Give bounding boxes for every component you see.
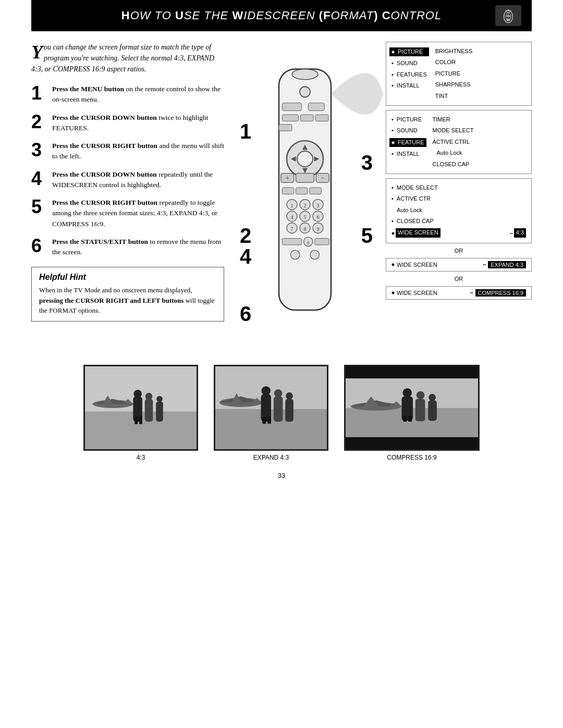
- step-2: 2 Press the CURSOR DOWN button twice to …: [31, 113, 224, 134]
- svg-point-67: [133, 390, 142, 398]
- step-text-1: Press the MENU button on the remote cont…: [52, 84, 224, 105]
- page: How to Use the Widescreen (Format) Contr…: [0, 0, 563, 728]
- svg-point-84: [274, 389, 283, 398]
- menu-item-brightness: BRIGHTNESS: [435, 47, 473, 55]
- svg-text:1: 1: [291, 203, 293, 208]
- scene-compress-svg: [346, 366, 478, 449]
- menu3-closed-cap: •CLOSED CAP: [391, 217, 526, 225]
- svg-point-69: [145, 393, 153, 400]
- scene-expand-svg: [215, 366, 327, 449]
- svg-point-9: [509, 16, 510, 17]
- menu2-timer: TIMER: [433, 116, 474, 124]
- svg-text:+: +: [286, 175, 289, 182]
- tv-frame-43: [83, 365, 198, 451]
- step-bold-2: Press the CURSOR DOWN button: [52, 114, 157, 121]
- step-bold-1: Press the MENU button: [52, 85, 124, 93]
- svg-rect-73: [139, 417, 142, 425]
- intro-text: You can change the screen format size to…: [31, 42, 224, 75]
- menu3-widescreen-label: WIDE SCREEN: [396, 228, 440, 237]
- menu2-sound: •SOUND: [391, 127, 424, 134]
- svg-rect-33: [296, 188, 308, 194]
- svg-text:8: 8: [304, 226, 307, 232]
- svg-point-8: [506, 16, 508, 17]
- svg-point-6: [508, 15, 509, 16]
- svg-text:5: 5: [304, 214, 307, 220]
- ws-expand-value: EXPAND 4:3: [488, 261, 526, 268]
- step-number-6: 6: [31, 237, 46, 255]
- menu-item-install: • INSTALL: [391, 82, 427, 90]
- svg-text:−: −: [321, 175, 324, 182]
- format-43-label: 4:3: [137, 454, 145, 461]
- step-text-2: Press the CURSOR DOWN button twice to hi…: [52, 113, 224, 134]
- menu-picture-box: ◆ PICTURE • SOUND • FEATURES •: [386, 42, 532, 106]
- svg-rect-34: [310, 188, 322, 194]
- svg-text:7: 7: [291, 226, 293, 232]
- svg-rect-56: [315, 239, 329, 245]
- step-number-3: 3: [31, 141, 46, 159]
- svg-rect-88: [267, 417, 271, 424]
- menu-item-tint: TINT: [435, 92, 473, 100]
- svg-text:6: 6: [317, 214, 320, 220]
- svg-point-58: [310, 250, 320, 260]
- svg-point-2: [507, 11, 509, 14]
- svg-rect-104: [408, 416, 412, 422]
- format-compress-box: COMPRESS 16:9: [344, 365, 480, 461]
- menu3-active-ctr: •ACTIVE CTR: [391, 195, 526, 203]
- page-title: How to Use the Widescreen (Format) Contr…: [68, 9, 495, 22]
- menu2-right: TIMER MODE SELECT ACTIVE CTRL Auto Lock …: [433, 115, 474, 169]
- svg-point-86: [286, 392, 293, 400]
- tv-frame-compress: [344, 365, 480, 451]
- step-number-2: 2: [31, 113, 46, 131]
- svg-point-82: [262, 386, 271, 396]
- menu-item-sharpness: SHARPNESS: [435, 81, 473, 89]
- menu2-install: •INSTALL: [391, 150, 424, 158]
- step-text-4: Press the CURSOR DOWN button repeatedly …: [52, 169, 224, 191]
- svg-point-98: [402, 388, 412, 398]
- menu-feature-box: •PICTURE •SOUND ◆FEATURE •INSTALL: [386, 110, 532, 174]
- menu3-mode-select: •MODE SELECT: [391, 184, 526, 192]
- menu-item-color: COLOR: [435, 58, 473, 66]
- format-expand-label: EXPAND 4:3: [253, 454, 289, 461]
- svg-rect-70: [156, 401, 163, 422]
- svg-point-100: [417, 391, 425, 400]
- menu2-picture: •PICTURE: [391, 116, 424, 124]
- menu-right-items: BRIGHTNESS COLOR PICTURE SHARPNESS TINT: [435, 46, 473, 101]
- remote-illustration: 1 3 2 4 5 6: [237, 47, 373, 349]
- step-bold-5: Press the CURSOR RIGHT button: [52, 199, 157, 206]
- center-column: 1 3 2 4 5 6: [235, 42, 375, 349]
- step-1: 1 Press the MENU button on the remote co…: [31, 84, 224, 105]
- svg-point-71: [156, 396, 163, 402]
- step-text-5: Press the CURSOR RIGHT button repeatedly…: [52, 198, 224, 229]
- menu-item-picture: PICTURE: [398, 48, 423, 56]
- menu2-active-ctrl: ACTIVE CTRL: [433, 138, 474, 146]
- svg-rect-68: [145, 399, 153, 422]
- menu3-widescreen-row: ◆ WIDE SCREEN •• 4:3: [391, 228, 526, 237]
- svg-text:2: 2: [304, 203, 307, 208]
- svg-rect-99: [415, 399, 425, 421]
- svg-rect-101: [428, 400, 437, 421]
- step-5: 5 Press the CURSOR RIGHT button repeated…: [31, 198, 224, 229]
- svg-rect-85: [285, 399, 293, 422]
- or-label-2: OR: [386, 276, 532, 282]
- menu-left-items: ◆ PICTURE • SOUND • FEATURES •: [391, 46, 427, 101]
- tv-frame-expand: [214, 365, 328, 451]
- menu-widescreen-box: •MODE SELECT •ACTIVE CTR Auto Lock •CLOS…: [386, 178, 532, 243]
- step-number-4: 4: [31, 169, 46, 188]
- tv-content-expand: [215, 366, 327, 449]
- ws-compress-value: COMPRESS 16:9: [475, 289, 526, 297]
- svg-point-7: [508, 16, 509, 18]
- step-bold-3: Press the CURSOR RIGHT button: [52, 142, 157, 150]
- right-column: ◆ PICTURE • SOUND • FEATURES •: [386, 42, 532, 349]
- menu2-feature-highlighted: ◆FEATURE: [389, 138, 426, 147]
- step-badge-5: 5: [361, 224, 373, 248]
- step-bold-4: Press the CURSOR DOWN button: [52, 170, 157, 178]
- step-4: 4 Press the CURSOR DOWN button repeatedl…: [31, 169, 224, 191]
- menu-item-picture-highlighted: ◆ PICTURE: [389, 47, 429, 56]
- ws-compress-box: ◆ WIDE SCREEN •• COMPRESS 16:9: [386, 286, 532, 300]
- svg-rect-83: [274, 397, 283, 422]
- step-badge-2: 2: [240, 224, 251, 248]
- step-bold-6: Press the STATUS/EXIT button: [52, 238, 148, 245]
- svg-text:0: 0: [307, 240, 310, 245]
- remote-control-icon: [495, 5, 521, 26]
- svg-rect-103: [403, 416, 407, 422]
